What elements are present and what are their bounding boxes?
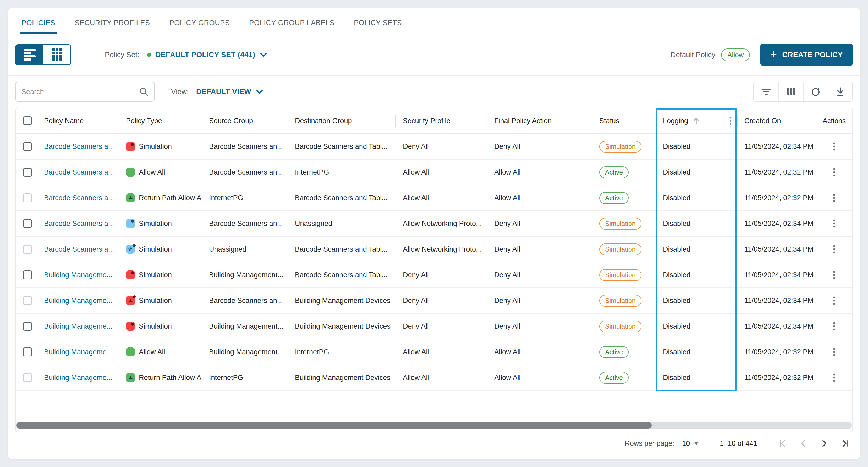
first-page-button[interactable]: [777, 438, 787, 449]
policy-name-link[interactable]: Building Manageme...: [44, 271, 112, 279]
select-all-cell: [16, 108, 37, 134]
security-profile-cell: Allow All: [396, 365, 487, 390]
status-cell: Simulation: [592, 288, 656, 313]
tab-policy-sets[interactable]: POLICY SETS: [352, 19, 403, 34]
actions-cell: [814, 134, 854, 159]
row-checkbox-cell: [16, 185, 37, 210]
view-selector[interactable]: DEFAULT VIEW: [196, 88, 251, 96]
row-actions-button[interactable]: [826, 190, 842, 206]
rows-per-page-select[interactable]: 10: [682, 439, 699, 447]
col-header-destination-group[interactable]: Destination Group: [287, 108, 396, 134]
download-button[interactable]: [828, 82, 852, 101]
row-checkbox[interactable]: [23, 219, 32, 228]
policy-type-icon: [126, 296, 135, 305]
horizontal-scrollbar[interactable]: [16, 422, 852, 429]
row-actions-button[interactable]: [826, 164, 842, 180]
col-header-status[interactable]: Status: [592, 108, 656, 134]
row-actions-button[interactable]: [826, 293, 842, 309]
refresh-button[interactable]: [803, 82, 828, 101]
row-actions-button[interactable]: [826, 370, 842, 385]
sort-ascending-icon[interactable]: [692, 117, 700, 125]
grid-view-button[interactable]: [43, 45, 70, 64]
destination-group-cell: InternetPG: [287, 159, 396, 185]
search-input[interactable]: [22, 88, 139, 96]
filter-icon: [761, 87, 771, 96]
row-checkbox[interactable]: [23, 322, 32, 331]
col-header-security-profile[interactable]: Security Profile: [396, 108, 487, 134]
default-policy-badge: Allow: [721, 49, 750, 61]
policy-type-icon: [126, 322, 135, 331]
policy-type-icon: [126, 270, 135, 280]
source-group-cell: Barcode Scanners an...: [202, 159, 287, 185]
row-menu-icon: [833, 322, 836, 331]
created-on-cell: 11/05/2024, 02:34 PM: [737, 314, 814, 339]
policy-name-link[interactable]: Barcode Scanners a...: [44, 194, 114, 202]
row-checkbox[interactable]: [23, 270, 32, 280]
next-page-button[interactable]: [819, 438, 830, 449]
row-menu-icon: [833, 142, 836, 151]
policy-name-link[interactable]: Barcode Scanners a...: [44, 245, 114, 254]
tab-policy-group-labels[interactable]: POLICY GROUP LABELS: [248, 19, 336, 34]
filter-button[interactable]: [754, 82, 778, 101]
col-header-logging[interactable]: Logging: [656, 108, 737, 134]
row-actions-button[interactable]: [826, 267, 842, 283]
select-all-checkbox[interactable]: [23, 116, 32, 125]
row-checkbox: [23, 245, 32, 254]
policy-name-link[interactable]: Barcode Scanners a...: [44, 143, 114, 151]
table-row: Building Manageme...Return Path Allow Al…: [16, 365, 852, 391]
security-profile-cell: Allow All: [396, 339, 487, 364]
row-checkbox[interactable]: [23, 168, 32, 177]
previous-page-button[interactable]: [798, 438, 809, 449]
chevron-down-icon[interactable]: [256, 89, 263, 94]
tab-security-profiles[interactable]: SECURITY PROFILES: [73, 19, 151, 34]
policy-name-link[interactable]: Building Manageme...: [44, 348, 112, 356]
row-actions-button[interactable]: [826, 216, 842, 231]
policy-name-link[interactable]: Building Manageme...: [44, 297, 112, 305]
logging-cell: Disabled: [656, 365, 737, 390]
horizontal-scrollbar-thumb[interactable]: [16, 422, 652, 429]
col-header-final-policy-action[interactable]: Final Policy Action: [487, 108, 592, 134]
row-actions-button[interactable]: [826, 139, 842, 154]
destination-group-cell: Building Management Devices: [287, 314, 396, 339]
policy-name-cell: Building Manageme...: [37, 339, 119, 364]
row-menu-icon: [833, 296, 836, 305]
policy-type-cell: Simulation: [119, 237, 202, 262]
row-actions-button[interactable]: [826, 318, 842, 334]
tab-policies[interactable]: POLICIES: [20, 19, 57, 34]
col-header-policy-type[interactable]: Policy Type: [119, 108, 202, 134]
created-on-cell: 11/05/2024, 02:34 PM: [737, 288, 814, 313]
list-view-button[interactable]: [16, 45, 43, 64]
row-actions-button[interactable]: [826, 344, 842, 360]
row-checkbox[interactable]: [23, 142, 32, 151]
table-row: Barcode Scanners a...SimulationBarcode S…: [16, 134, 852, 159]
last-page-button[interactable]: [840, 438, 850, 449]
row-checkbox[interactable]: [23, 348, 32, 356]
create-policy-button[interactable]: + CREATE POLICY: [761, 44, 853, 66]
chevron-down-icon[interactable]: [260, 52, 267, 57]
column-menu-icon[interactable]: [729, 116, 732, 125]
col-header-created-on[interactable]: Created On: [737, 108, 814, 134]
policy-name-cell: Building Manageme...: [37, 365, 119, 390]
col-header-source-group[interactable]: Source Group: [202, 108, 287, 134]
policies-table: Policy Name Policy Type Source Group Des…: [15, 108, 853, 432]
logging-cell: Disabled: [656, 185, 737, 210]
row-actions-button[interactable]: [826, 241, 842, 257]
next-page-icon: [820, 439, 829, 448]
policy-type-cell: Return Path Allow All: [119, 185, 202, 210]
row-checkbox-cell: [16, 237, 37, 262]
policy-name-link[interactable]: Building Manageme...: [44, 322, 112, 330]
policy-type-dot: [131, 143, 134, 146]
actions-cell: [814, 314, 854, 339]
security-profile-cell: Deny All: [396, 262, 487, 288]
policy-set-selector[interactable]: DEFAULT POLICY SET (441): [155, 51, 255, 59]
tab-policy-groups[interactable]: POLICY GROUPS: [168, 19, 231, 34]
policy-name-link[interactable]: Barcode Scanners a...: [44, 220, 114, 228]
col-header-policy-name[interactable]: Policy Name: [37, 108, 119, 134]
actions-cell: [814, 288, 854, 313]
policy-name-link[interactable]: Barcode Scanners a...: [44, 168, 114, 176]
row-checkbox-cell: [16, 288, 37, 313]
columns-button[interactable]: [778, 82, 803, 101]
policy-name-link[interactable]: Building Manageme...: [44, 374, 112, 382]
final-policy-action-cell: Deny All: [487, 237, 592, 262]
policy-name-cell: Building Manageme...: [37, 288, 119, 313]
